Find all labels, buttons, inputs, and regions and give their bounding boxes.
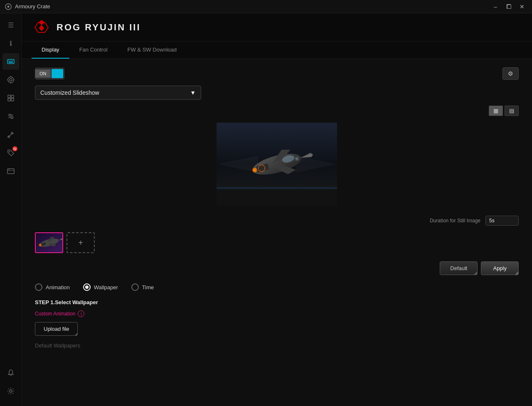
info-icon: ℹ: [10, 39, 12, 47]
main-area: ON ⚙ Customized Slideshow ▼ ▦ ▤: [22, 59, 532, 406]
sidebar-item-info[interactable]: ℹ: [2, 35, 19, 52]
content-area: ROG RYUJIN III Display Fan Control FW & …: [22, 13, 532, 406]
app-header: ROG RYUJIN III: [22, 13, 532, 42]
tab-fw-sw[interactable]: FW & SW Download: [118, 42, 187, 59]
svg-rect-5: [12, 61, 13, 62]
sidebar-item-lighting[interactable]: [2, 71, 19, 88]
media-icon: [7, 167, 15, 175]
tools-icon: [7, 130, 15, 139]
radio-label-time: Time: [142, 284, 154, 290]
add-icon: +: [78, 238, 83, 248]
duration-row: Duration for Still Image 5s 3s 10s 15s 3…: [35, 216, 519, 226]
toggle-slider: [52, 69, 63, 78]
radio-label-animation: Animation: [46, 284, 70, 290]
svg-rect-9: [8, 95, 10, 98]
spacecraft-preview: [217, 123, 337, 206]
radio-time[interactable]: Time: [131, 283, 154, 291]
deals-badge: N: [12, 146, 17, 151]
rog-logo: [32, 20, 52, 35]
slideshow-dropdown[interactable]: Customized Slideshow ▼: [35, 86, 201, 100]
duration-select[interactable]: 5s 3s 10s 15s 30s: [485, 216, 519, 226]
titlebar-title: Armoury Crate: [15, 3, 50, 10]
dropdown-arrow: ▼: [190, 89, 196, 96]
tab-fan-control[interactable]: Fan Control: [69, 42, 118, 59]
thumbnail-strip: +: [35, 232, 519, 253]
titlebar: Armoury Crate – ⧠ ✕: [0, 0, 532, 13]
radio-circle-animation: [35, 283, 42, 291]
sidebar-item-media[interactable]: [2, 163, 19, 180]
menu-icon: ☰: [8, 21, 14, 29]
radio-animation[interactable]: Animation: [35, 283, 70, 291]
svg-point-8: [10, 79, 12, 81]
keyboard-icon: [7, 57, 15, 66]
sidebar-item-menu[interactable]: ☰: [2, 17, 19, 33]
custom-animation-label: Custom Animation: [35, 311, 75, 317]
close-button[interactable]: ✕: [517, 2, 527, 12]
thumbnail-add-button[interactable]: +: [66, 232, 95, 253]
power-toggle[interactable]: ON: [35, 68, 64, 79]
preview-container: [35, 123, 519, 206]
titlebar-left: Armoury Crate: [5, 3, 50, 10]
toggle-row: ON ⚙: [35, 67, 519, 80]
radio-wallpaper[interactable]: Wallpaper: [83, 283, 118, 291]
default-wallpapers-label: Default Wallpapers: [35, 342, 519, 349]
lighting-icon: [7, 76, 15, 84]
svg-rect-10: [11, 95, 14, 98]
view-buttons: ▦ ▤: [35, 106, 519, 116]
duration-label: Duration for Still Image: [430, 218, 480, 224]
performance-icon: [7, 94, 15, 102]
svg-rect-2: [8, 61, 9, 62]
toggle-on-label: ON: [35, 69, 51, 78]
settings-button[interactable]: ⚙: [502, 67, 519, 80]
logo-area: ROG RYUJIN III: [32, 20, 141, 35]
svg-rect-4: [11, 61, 12, 62]
svg-point-15: [9, 114, 11, 116]
custom-animation-row: Custom Animation i: [35, 310, 519, 317]
svg-rect-12: [11, 98, 14, 101]
step-title: STEP 1.Select Wallpaper: [35, 299, 519, 305]
minimize-button[interactable]: –: [490, 2, 500, 12]
svg-point-16: [11, 117, 13, 119]
sidebar-item-tuning[interactable]: [2, 108, 19, 125]
preview-image: [217, 123, 337, 206]
view-grid-button[interactable]: ▦: [489, 106, 503, 116]
product-name: ROG RYUJIN III: [57, 22, 141, 33]
sidebar-item-tools[interactable]: [2, 126, 19, 143]
maximize-button[interactable]: ⧠: [504, 2, 514, 12]
sidebar-item-device[interactable]: [2, 53, 19, 70]
list-icon: ▤: [509, 108, 514, 114]
svg-rect-6: [9, 62, 13, 63]
sidebar-item-notifications[interactable]: [2, 364, 19, 381]
radio-group: Animation Wallpaper Time: [35, 283, 519, 291]
bell-icon: [7, 369, 15, 376]
upload-label: Upload file: [44, 326, 69, 332]
app-body: ☰ ℹ: [0, 13, 532, 406]
thumbnail-item[interactable]: [35, 232, 63, 253]
svg-rect-25: [217, 187, 337, 189]
tab-bar: Display Fan Control FW & SW Download: [22, 42, 532, 59]
upload-button[interactable]: Upload file: [35, 322, 78, 336]
svg-point-7: [8, 77, 14, 83]
sidebar: ☰ ℹ: [0, 13, 22, 406]
radio-circle-wallpaper: [83, 283, 91, 291]
tab-display[interactable]: Display: [32, 42, 69, 59]
sidebar-item-deals[interactable]: N: [2, 145, 19, 161]
svg-point-18: [9, 151, 10, 153]
apply-button[interactable]: Apply: [481, 261, 519, 275]
svg-rect-19: [7, 169, 14, 174]
info-icon[interactable]: i: [78, 310, 84, 317]
radio-circle-time: [131, 283, 139, 291]
sidebar-item-settings[interactable]: [2, 383, 19, 399]
svg-rect-3: [10, 61, 10, 62]
step-section: STEP 1.Select Wallpaper Custom Animation…: [35, 299, 519, 349]
radio-label-wallpaper: Wallpaper: [94, 284, 118, 290]
grid-icon: ▦: [493, 108, 498, 114]
svg-rect-11: [8, 98, 10, 101]
titlebar-controls: – ⧠ ✕: [490, 2, 527, 12]
sidebar-item-performance[interactable]: [2, 90, 19, 106]
dropdown-label: Customized Slideshow: [40, 89, 99, 96]
svg-rect-24: [217, 189, 337, 206]
dropdown-row: Customized Slideshow ▼: [35, 86, 519, 100]
default-button[interactable]: Default: [440, 261, 478, 275]
view-list-button[interactable]: ▤: [505, 106, 519, 116]
